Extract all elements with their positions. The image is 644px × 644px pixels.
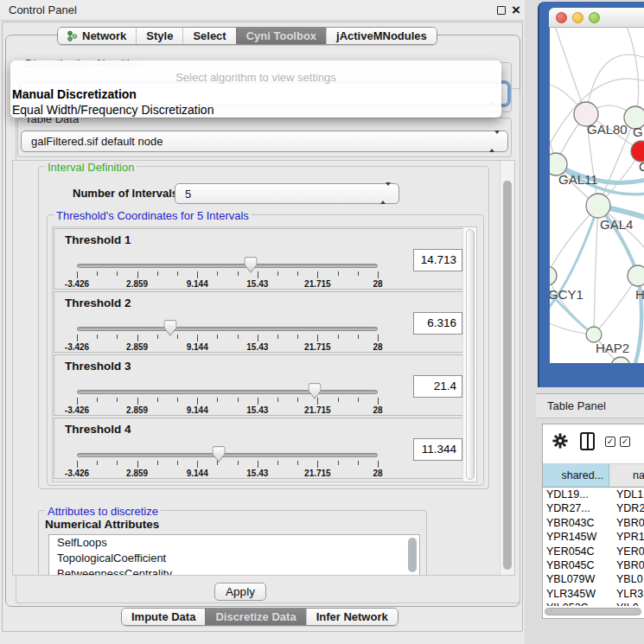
node-label: G	[633, 124, 643, 139]
node-label: GAL80	[587, 122, 628, 137]
tab-style[interactable]: Style	[136, 28, 182, 44]
table-panel-title: Table Panel	[547, 394, 606, 418]
minimize-traffic-light-icon[interactable]	[572, 12, 583, 23]
attribute-list-item[interactable]: BetweennessCentrality	[49, 566, 419, 576]
slider-tick-labels: -3.4262.8599.14415.4321.71528	[77, 279, 378, 290]
table-rows: YDL19...YDL1YDR27...YDR2YBR043CYBR0YPR14…	[543, 488, 644, 606]
slider-ticks	[77, 271, 378, 279]
table-row[interactable]: YBR045CYBR0	[543, 559, 644, 573]
table-data-value: galFiltered.sif default node	[31, 131, 163, 151]
control-panel: Control Panel × NetworkStyleSelectCyni T…	[0, 0, 525, 644]
thresholds-group-label: Threshold's Coordinates for 5 Intervals	[54, 209, 252, 222]
scrollbar-thumb[interactable]	[503, 181, 512, 570]
float-window-icon[interactable]	[497, 6, 506, 15]
combo-arrows-icon	[380, 186, 391, 201]
table-row[interactable]: YIL052CYIL0	[543, 602, 644, 606]
panel-title: Control Panel	[9, 0, 77, 21]
thresholds-scrollpane: Threshold 1-3.4262.8599.14415.4321.71528…	[52, 226, 477, 482]
popup-hint: Select algorithm to view settings	[10, 71, 501, 84]
slider-tick-labels: -3.4262.8599.14415.4321.71528	[77, 405, 378, 416]
close-icon[interactable]: ×	[512, 1, 520, 20]
network-node-h[interactable]	[628, 265, 644, 286]
table-row[interactable]: YDL19...YDL1	[543, 488, 644, 502]
table-row[interactable]: YDR27...YDR2	[543, 502, 644, 516]
zoom-traffic-light-icon[interactable]	[589, 12, 600, 23]
numerical-attributes-label: Numerical Attributes	[45, 518, 159, 531]
node-label: GCY1	[550, 287, 583, 302]
table-data-combobox[interactable]: galFiltered.sif default node	[21, 131, 508, 152]
settings-scrollbar[interactable]	[500, 161, 514, 575]
slider-tick-labels: -3.4262.8599.14415.4321.71528	[77, 342, 378, 353]
tab-cyni-toolbox[interactable]: Cyni Toolbox	[236, 28, 326, 44]
tab-jactivemnodules[interactable]: jActiveMNodules	[326, 28, 437, 44]
slider-ticks	[77, 398, 378, 405]
thresholds-scrollbar[interactable]	[462, 227, 476, 481]
top-tab-bar: NetworkStyleSelectCyni ToolboxjActiveMNo…	[57, 27, 437, 45]
algorithm-dropdown-popup: Select algorithm to view settings Manual…	[10, 61, 501, 118]
network-node-gcy1[interactable]	[550, 266, 557, 285]
threshold-value-field[interactable]: 11.344	[413, 438, 462, 461]
threshold-value-field[interactable]: 21.4	[413, 375, 462, 398]
node-label: HAP2	[596, 341, 629, 355]
screen: Control Panel × NetworkStyleSelectCyni T…	[0, 0, 644, 644]
table-row[interactable]: YLR345WYLR3	[543, 588, 644, 602]
table-row[interactable]: YER054CYER0	[543, 545, 644, 559]
threshold-value-field[interactable]: 6.316	[413, 312, 462, 335]
table-header: shared... na	[543, 463, 644, 488]
table-row[interactable]: YBL079WYBL0	[543, 573, 644, 587]
number-of-intervals-label: Number of Intervals	[73, 187, 178, 200]
list-scrollbar-thumb[interactable]	[408, 538, 417, 572]
attributes-group-label: Attributes to discretize	[45, 505, 161, 518]
tab-network[interactable]: Network	[58, 28, 136, 44]
node-label: GAL4	[600, 217, 633, 232]
scrollbar-thumb[interactable]	[466, 229, 475, 480]
combo-arrows-icon	[489, 134, 500, 150]
number-of-intervals-value: 5	[185, 184, 191, 204]
table-panel-titlebar: Table Panel	[536, 393, 644, 418]
slider-ticks	[77, 335, 378, 342]
columns-icon[interactable]	[580, 432, 595, 450]
checkbox-icon[interactable]: ✓	[605, 437, 615, 447]
network-window-titlebar	[549, 8, 644, 28]
threshold-value-field[interactable]: 14.713	[413, 249, 462, 271]
node-table: ✓ ✓ shared... na YDL19...YDL1YDR27...YDR…	[542, 424, 644, 619]
attribute-list-item[interactable]: SelfLoops	[49, 535, 419, 551]
tab-select[interactable]: Select	[182, 28, 235, 44]
threshold-row: Threshold 2-3.4262.8599.14415.4321.71528…	[54, 291, 475, 353]
network-view-window[interactable]: GAL80GCGAL11GAL4GCY1HHAP2	[538, 2, 644, 387]
gear-icon[interactable]	[552, 433, 568, 449]
node-label: H	[635, 287, 644, 302]
number-of-intervals-combobox[interactable]: 5	[175, 183, 399, 204]
bottom-tab-bar: Impute DataDiscretize DataInfer Network	[121, 608, 399, 626]
column-header-shared-name[interactable]: shared...	[543, 464, 609, 487]
threshold-row: Threshold 3-3.4262.8599.14415.4321.71528…	[54, 354, 475, 416]
network-node[interactable]	[611, 357, 630, 363]
table-row[interactable]: YPR145WYPR1	[543, 531, 644, 545]
algorithm-option[interactable]: Equal Width/Frequency Discretization	[12, 103, 214, 117]
control-panel-titlebar: Control Panel ×	[0, 0, 525, 21]
tab-discretize-data[interactable]: Discretize Data	[205, 609, 305, 625]
numerical-attributes-list[interactable]: SelfLoopsTopologicalCoefficientBetweenne…	[48, 534, 420, 576]
node-label: C	[639, 159, 644, 174]
slider-tick-labels: -3.4262.8599.14415.4321.71528	[77, 469, 378, 479]
apply-button[interactable]: Apply	[214, 583, 266, 601]
slider-ticks	[77, 461, 378, 469]
table-row[interactable]: YBR043CYBR0	[543, 517, 644, 531]
algorithm-option[interactable]: Manual Discretization	[12, 87, 137, 101]
node-label: GAL11	[558, 172, 598, 187]
tab-infer-network[interactable]: Infer Network	[306, 609, 398, 625]
table-hscrollbar-thumb[interactable]	[545, 608, 641, 615]
interval-definition-label: Interval Definition	[45, 161, 137, 174]
threshold-row: Threshold 1-3.4262.8599.14415.4321.71528…	[54, 228, 475, 290]
network-icon	[67, 30, 78, 41]
table-toolbar: ✓ ✓	[543, 424, 644, 463]
tab-impute-data[interactable]: Impute Data	[122, 609, 205, 625]
network-node-gal4[interactable]	[586, 194, 610, 218]
network-canvas[interactable]: GAL80GCGAL11GAL4GCY1HHAP2	[550, 28, 644, 363]
column-header-name[interactable]: na	[609, 464, 644, 487]
attribute-list-item[interactable]: TopologicalCoefficient	[49, 551, 419, 566]
threshold-row: Threshold 4-3.4262.8599.14415.4321.71528…	[54, 418, 475, 479]
checkbox-icon[interactable]: ✓	[620, 437, 630, 447]
close-traffic-light-icon[interactable]	[556, 12, 567, 23]
settings-viewport: Interval Definition Number of Intervals …	[12, 160, 515, 576]
